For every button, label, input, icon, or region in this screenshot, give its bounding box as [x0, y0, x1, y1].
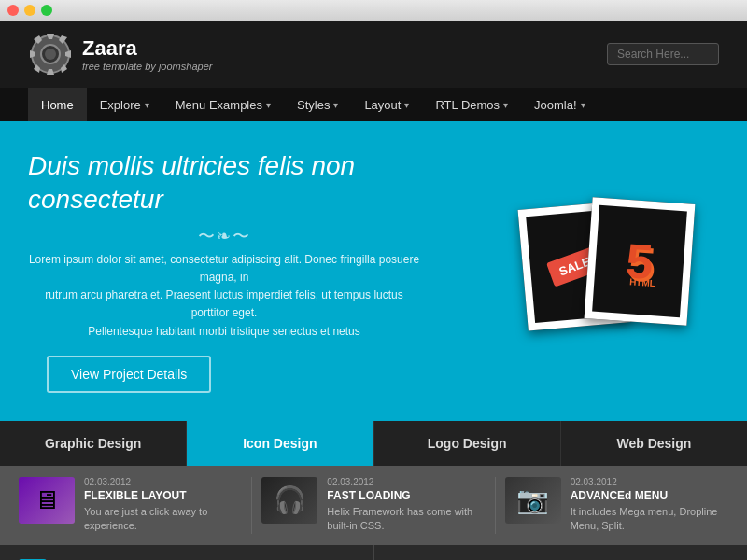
- nav-item-styles[interactable]: Styles ▾: [284, 88, 351, 121]
- tagline: free template by joomshaper: [82, 61, 212, 72]
- feature-title-2: FAST LOADING: [327, 489, 485, 502]
- hero-text: Duis mollis ultricies felis non consecte…: [28, 149, 420, 393]
- html5-badge: 5 HTML: [624, 232, 655, 290]
- hero-banner: Duis mollis ultricies felis non consecte…: [0, 121, 747, 421]
- gear-icon: [28, 32, 73, 77]
- hero-title: Duis mollis ultricies felis non consecte…: [28, 149, 420, 217]
- nav-item-explore[interactable]: Explore ▾: [87, 88, 162, 121]
- bottom-row: 15 High quality web design Login Module: [0, 545, 747, 561]
- hero-divider: 〜❧〜: [28, 225, 420, 247]
- nav-item-joomla[interactable]: Joomla! ▾: [521, 88, 599, 121]
- os-close-dot[interactable]: [7, 5, 19, 16]
- feature-content-2: 02.03.2012 FAST LOADING Helix Framework …: [327, 477, 485, 534]
- feature-content-3: 02.03.2012 ADVANCEd MENU It includes Meg…: [571, 477, 728, 534]
- hero-description: Lorem ipsum dolor sit amet, consectetur …: [28, 251, 420, 341]
- os-minimize-dot[interactable]: [24, 5, 35, 16]
- feature-desc-2: Helix Framework has come with built-in C…: [327, 505, 485, 534]
- page: Zaara free template by joomshaper Home E…: [0, 21, 747, 560]
- chevron-down-icon: ▾: [503, 100, 508, 110]
- svg-point-2: [45, 49, 56, 60]
- tab-graphic-design[interactable]: Graphic Design: [0, 421, 187, 466]
- bottom-right: Login Module: [374, 545, 748, 561]
- feature-date-3: 02.03.2012: [571, 477, 728, 487]
- feature-date-2: 02.03.2012: [327, 477, 485, 487]
- logo-text: Zaara free template by joomshaper: [82, 36, 212, 72]
- tab-web-design[interactable]: Web Design: [561, 421, 747, 466]
- service-tabs: Graphic Design Icon Design Logo Design W…: [0, 421, 747, 466]
- view-project-details-button[interactable]: View Project Details: [47, 356, 211, 393]
- nav-item-rtl-demos[interactable]: RTL Demos ▾: [422, 88, 521, 121]
- os-bar: [0, 0, 747, 21]
- hero-images: SALE 5 HTML: [514, 196, 719, 345]
- bottom-left: 15 High quality web design: [0, 545, 374, 561]
- headphone-icon: 🎧: [274, 484, 306, 515]
- tab-icon-design[interactable]: Icon Design: [187, 421, 374, 466]
- nav: Home Explore ▾ Menu Examples ▾ Styles ▾ …: [0, 88, 747, 121]
- logo-area: Zaara free template by joomshaper: [28, 32, 212, 77]
- os-maximize-dot: [41, 5, 52, 16]
- features-row: 🖥 02.03.2012 FLEXIBLE LAYOUT You are jus…: [0, 466, 747, 545]
- feature-divider-2: [495, 477, 496, 534]
- header: Zaara free template by joomshaper: [0, 21, 747, 88]
- feature-desc-3: It includes Mega menu, Dropline Menu, Sp…: [571, 505, 728, 534]
- feature-divider-1: [251, 477, 252, 534]
- feature-thumb-headphone: 🎧: [261, 477, 317, 524]
- polaroid-right: 5 HTML: [585, 198, 696, 326]
- chevron-down-icon: ▾: [333, 100, 338, 110]
- feature-title-3: ADVANCEd MENU: [571, 489, 728, 502]
- feature-content-1: 02.03.2012 FLEXIBLE LAYOUT You are just …: [84, 477, 242, 534]
- nav-item-menu-examples[interactable]: Menu Examples ▾: [162, 88, 284, 121]
- monitor-icon: 🖥: [34, 484, 60, 515]
- nav-item-layout[interactable]: Layout ▾: [351, 88, 422, 121]
- feature-fast-loading: 🎧 02.03.2012 FAST LOADING Helix Framewor…: [261, 477, 485, 534]
- feature-thumb-camera: 📷: [505, 477, 561, 524]
- camera-icon: 📷: [516, 484, 549, 515]
- site-name: Zaara: [82, 36, 212, 61]
- nav-item-home[interactable]: Home: [28, 88, 87, 121]
- feature-advanced-menu: 📷 02.03.2012 ADVANCEd MENU It includes M…: [505, 477, 728, 534]
- feature-flexible-layout: 🖥 02.03.2012 FLEXIBLE LAYOUT You are jus…: [19, 477, 242, 534]
- feature-date-1: 02.03.2012: [84, 477, 242, 487]
- search-input[interactable]: [607, 43, 719, 65]
- feature-title-1: FLEXIBLE LAYOUT: [84, 489, 242, 502]
- chevron-down-icon: ▾: [266, 100, 271, 110]
- chevron-down-icon: ▾: [404, 100, 409, 110]
- chevron-down-icon: ▾: [581, 100, 585, 110]
- tab-logo-design[interactable]: Logo Design: [374, 421, 561, 466]
- chevron-down-icon: ▾: [145, 100, 149, 110]
- feature-thumb-monitor: 🖥: [19, 477, 75, 524]
- feature-desc-1: You are just a click away to experience.: [84, 505, 242, 534]
